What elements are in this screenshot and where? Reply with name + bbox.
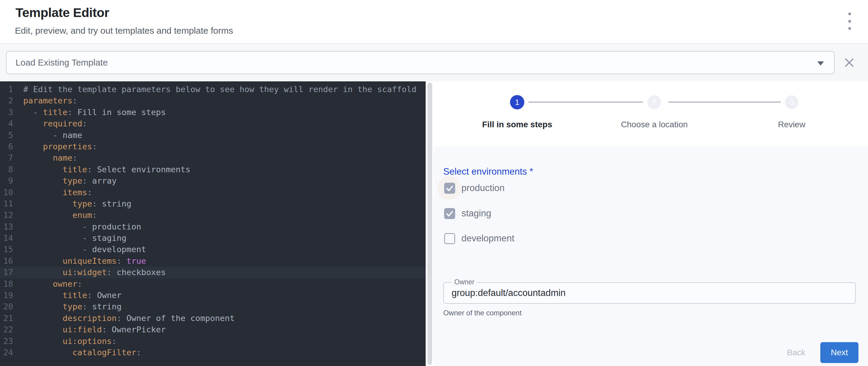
step-connector	[528, 102, 643, 102]
line-number: 17	[0, 267, 13, 278]
line-number: 11	[0, 198, 13, 210]
load-existing-template-label: Load Existing Template	[16, 58, 108, 68]
code-line[interactable]: 16 uniqueItems: true	[0, 255, 426, 267]
code-line[interactable]: 22 ui:field: OwnerPicker	[0, 324, 426, 335]
code-line[interactable]: 11 type: string	[0, 198, 426, 210]
code-line[interactable]: 6 properties:	[0, 141, 426, 152]
line-number: 12	[0, 210, 13, 221]
line-number: 15	[0, 244, 13, 255]
code-line[interactable]: 3 - title: Fill in some steps	[0, 107, 426, 118]
code-line[interactable]: 17 ui:widget: checkboxes	[0, 267, 426, 278]
owner-field-outline	[443, 282, 856, 304]
page-title: Template Editor	[16, 5, 109, 20]
code-line[interactable]: 23 ui:options:	[0, 336, 426, 347]
line-number: 16	[0, 255, 13, 267]
line-number: 3	[0, 107, 13, 118]
line-number: 5	[0, 130, 13, 141]
code-line[interactable]: 9 type: array	[0, 175, 426, 187]
checkbox-staging[interactable]	[444, 208, 455, 219]
owner-input[interactable]	[452, 283, 845, 303]
checkbox-label-staging[interactable]: staging	[461, 208, 491, 219]
owner-field-label: Owner	[452, 278, 477, 286]
code-line[interactable]: 13 - production	[0, 221, 426, 233]
line-number: 2	[0, 95, 13, 106]
code-line[interactable]: 7 name:	[0, 152, 426, 164]
step-circle-2: 2	[647, 95, 661, 109]
checkbox-label-development[interactable]: development	[461, 233, 515, 244]
load-existing-template-select[interactable]: Load Existing Template	[6, 51, 835, 74]
next-button[interactable]: Next	[820, 342, 859, 363]
code-line[interactable]: 2parameters:	[0, 95, 426, 106]
code-line[interactable]: 18 owner:	[0, 278, 426, 290]
line-number: 24	[0, 347, 13, 358]
code-line[interactable]: 14 - staging	[0, 233, 426, 244]
checkbox-development[interactable]	[444, 233, 455, 244]
template-editor-screen: Template Editor Edit, preview, and try o…	[0, 0, 868, 366]
line-number: 18	[0, 278, 13, 290]
step-label-choose-a-location: Choose a location	[621, 120, 688, 129]
owner-helper-text: Owner of the component	[443, 309, 522, 317]
form-preview-panel	[434, 146, 868, 366]
required-asterisk: *	[530, 166, 533, 177]
step-label-review: Review	[778, 120, 805, 129]
back-button[interactable]: Back	[777, 344, 815, 361]
line-number: 21	[0, 313, 13, 324]
step-circle-3: 3	[785, 95, 799, 109]
check-icon	[445, 184, 454, 193]
line-number: 19	[0, 290, 13, 301]
page-subtitle: Edit, preview, and try out templates and…	[15, 26, 233, 36]
line-number: 9	[0, 175, 13, 187]
code-line[interactable]: 5 - name	[0, 130, 426, 141]
checkbox-label-production[interactable]: production	[461, 183, 505, 193]
line-number: 14	[0, 233, 13, 244]
close-icon[interactable]	[843, 57, 855, 68]
kebab-menu-icon[interactable]	[843, 12, 856, 30]
code-line[interactable]: 19 title: Owner	[0, 290, 426, 301]
line-number: 13	[0, 221, 13, 233]
line-number: 7	[0, 152, 13, 164]
step-connector	[669, 102, 781, 102]
check-icon	[445, 209, 454, 218]
checkbox-production[interactable]	[444, 183, 455, 194]
chevron-down-icon	[817, 61, 824, 66]
yaml-code-editor[interactable]: 1# Edit the template parameters below to…	[0, 81, 426, 366]
code-line[interactable]: 21 description: Owner of the component	[0, 313, 426, 324]
line-number: 10	[0, 187, 13, 198]
step-label-fill-in-some-steps: Fill in some steps	[482, 120, 552, 129]
code-line[interactable]: 1# Edit the template parameters below to…	[0, 84, 426, 95]
select-environments-label: Select environments *	[443, 166, 533, 177]
line-number: 22	[0, 324, 13, 335]
line-number: 4	[0, 118, 13, 129]
code-line[interactable]: 15 - development	[0, 244, 426, 255]
code-line[interactable]: 4 required:	[0, 118, 426, 129]
code-line[interactable]: 24 catalogFilter:	[0, 347, 426, 358]
line-number: 1	[0, 84, 13, 95]
step-circle-1: 1	[510, 95, 524, 110]
line-number: 8	[0, 164, 13, 175]
line-number: 6	[0, 141, 13, 152]
pane-divider-scrollbar[interactable]	[428, 83, 432, 365]
line-number: 23	[0, 336, 13, 347]
template-select-toolbar: Load Existing Template	[0, 44, 868, 81]
code-line[interactable]: 8 title: Select environments	[0, 164, 426, 175]
line-number: 20	[0, 301, 13, 312]
code-line[interactable]: 20 type: string	[0, 301, 426, 312]
code-line[interactable]: 10 items:	[0, 187, 426, 198]
code-line[interactable]: 12 enum:	[0, 210, 426, 221]
